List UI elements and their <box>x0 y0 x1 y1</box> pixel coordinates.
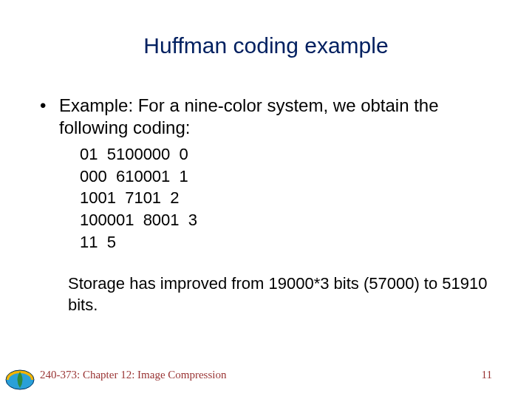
bullet-item: • Example: For a nine-color system, we o… <box>40 95 502 139</box>
coding-table: 01 5100000 0 000 610001 1 1001 7101 2 10… <box>80 143 502 253</box>
footer-page-number: 11 <box>482 369 492 381</box>
footer-chapter: 240-373: Chapter 12: Image Compression <box>40 369 226 381</box>
code-line: 000 610001 1 <box>80 166 502 188</box>
code-line: 11 5 <box>80 231 502 253</box>
code-line: 01 5100000 0 <box>80 143 502 166</box>
code-line: 100001 8001 3 <box>80 209 502 231</box>
bullet-dot-icon: • <box>40 95 59 117</box>
slide-body: • Example: For a nine-color system, we o… <box>40 95 502 316</box>
logo-icon <box>4 368 35 392</box>
bullet-text: Example: For a nine-color system, we obt… <box>59 95 502 139</box>
code-line: 1001 7101 2 <box>80 187 502 209</box>
slide-title: Huffman coding example <box>0 33 532 58</box>
storage-summary: Storage has improved from 19000*3 bits (… <box>68 273 502 316</box>
slide: Huffman coding example • Example: For a … <box>0 0 532 399</box>
